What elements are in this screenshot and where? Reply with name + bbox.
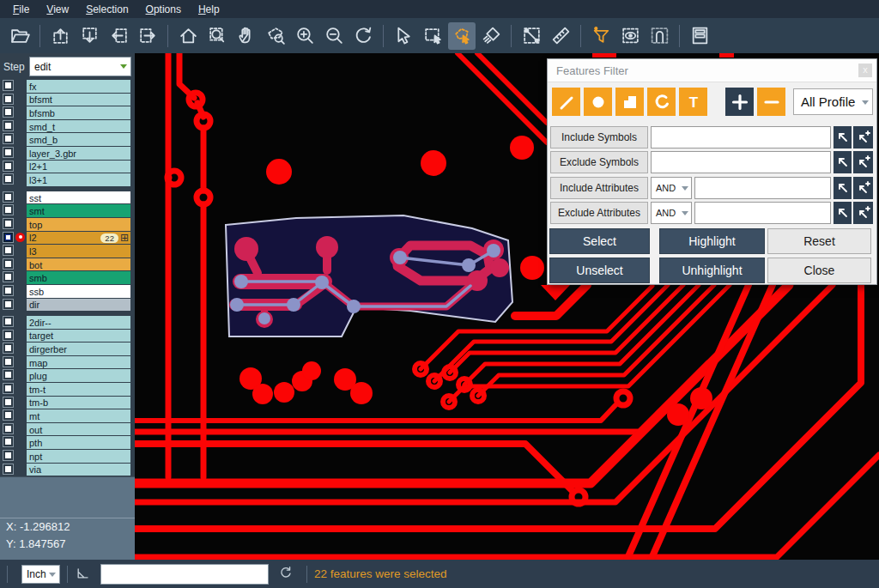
exclude-attributes-input[interactable] bbox=[694, 202, 831, 224]
layer-row-bot[interactable]: bot bbox=[0, 258, 130, 271]
layer-checkbox[interactable] bbox=[3, 384, 13, 393]
include-symbols-button[interactable]: Include Symbols bbox=[550, 126, 648, 149]
pick-symbol-button[interactable] bbox=[834, 126, 852, 149]
layer-row-pth[interactable]: pth bbox=[0, 436, 130, 449]
layer-row-tm-t[interactable]: tm-t bbox=[0, 383, 130, 396]
layer-checkbox[interactable] bbox=[3, 410, 13, 420]
include-symbols-input[interactable] bbox=[651, 126, 831, 149]
zoom-out-button[interactable] bbox=[320, 22, 348, 50]
layer-row-fx[interactable]: fx bbox=[0, 80, 130, 93]
layer-name[interactable]: pth bbox=[27, 436, 130, 449]
layer-row-bfsmb[interactable]: bfsmb bbox=[0, 106, 130, 119]
pick-symbol-button[interactable] bbox=[834, 151, 852, 173]
layer-row-2dir--[interactable]: 2dir-- bbox=[0, 316, 130, 329]
layer-name[interactable]: layer_3.gbr bbox=[27, 147, 130, 160]
layer-name[interactable]: plug bbox=[27, 369, 130, 382]
zoom-polygon-button[interactable] bbox=[262, 22, 289, 50]
layer-name[interactable]: fx bbox=[27, 80, 130, 93]
home-view-button[interactable] bbox=[174, 22, 202, 50]
unhighlight-button[interactable]: Unhighlight bbox=[659, 258, 765, 283]
layer-name[interactable]: l222⊞ bbox=[27, 232, 130, 245]
layer-row-top[interactable]: top bbox=[0, 218, 130, 231]
select-cursor-button[interactable] bbox=[390, 22, 417, 50]
layers-form-button[interactable] bbox=[686, 22, 713, 50]
layer-checkbox[interactable] bbox=[3, 121, 13, 130]
pick-attribute-button[interactable] bbox=[834, 177, 852, 199]
arc-feature-button[interactable] bbox=[647, 88, 676, 116]
exclude-attributes-button[interactable]: Exclude Attributes bbox=[550, 202, 648, 224]
layer-checkbox[interactable] bbox=[3, 81, 13, 90]
layer-name[interactable]: smb bbox=[27, 271, 130, 284]
layer-name[interactable]: tm-b bbox=[27, 397, 130, 409]
layer-checkbox[interactable] bbox=[3, 148, 13, 157]
line-feature-button[interactable] bbox=[552, 88, 580, 116]
surface-feature-button[interactable] bbox=[615, 88, 644, 116]
include-attributes-button[interactable]: Include Attributes bbox=[550, 177, 648, 199]
measure-ruler-button[interactable] bbox=[547, 22, 574, 50]
pick-attribute-button[interactable] bbox=[834, 202, 852, 224]
reset-button[interactable]: Reset bbox=[767, 228, 871, 254]
layer-row-smb[interactable]: smb bbox=[0, 271, 130, 284]
layer-checkbox[interactable] bbox=[3, 192, 13, 202]
layer-name[interactable]: tm-t bbox=[27, 383, 130, 396]
pan-right-button[interactable] bbox=[134, 22, 161, 50]
layer-name[interactable]: smd_b bbox=[27, 133, 130, 146]
layer-row-via[interactable]: via bbox=[0, 464, 130, 476]
layer-row-smt[interactable]: smt bbox=[0, 204, 130, 217]
include-attributes-input[interactable] bbox=[694, 177, 831, 199]
layer-checkbox[interactable] bbox=[3, 286, 13, 295]
layer-name[interactable]: bfsmt bbox=[27, 94, 130, 106]
add-filter-button[interactable] bbox=[725, 88, 754, 116]
remove-filter-button[interactable] bbox=[757, 88, 785, 116]
layer-checkbox[interactable] bbox=[3, 259, 13, 269]
layer-name[interactable]: npt bbox=[27, 450, 130, 463]
layer-row-map[interactable]: map bbox=[0, 356, 130, 369]
layer-checkbox[interactable] bbox=[3, 161, 13, 171]
pan-down-button[interactable] bbox=[76, 22, 103, 50]
layer-checkbox[interactable] bbox=[3, 343, 13, 353]
layer-checkbox[interactable] bbox=[3, 451, 13, 460]
select-rect-button[interactable] bbox=[419, 22, 446, 50]
pick-add-symbol-button[interactable] bbox=[853, 151, 873, 173]
layer-name[interactable]: l3 bbox=[27, 245, 130, 258]
layer-name[interactable]: via bbox=[27, 464, 130, 476]
layer-name[interactable]: bfsmb bbox=[27, 106, 130, 119]
pan-up-button[interactable] bbox=[46, 22, 74, 50]
view-eye-button[interactable] bbox=[616, 22, 644, 50]
layer-name[interactable]: smd_t bbox=[27, 120, 130, 133]
layer-checkbox[interactable] bbox=[3, 134, 13, 143]
select-button[interactable]: Select bbox=[549, 228, 650, 254]
layer-checkbox[interactable] bbox=[3, 397, 13, 407]
menu-file[interactable]: File bbox=[5, 2, 37, 17]
dialog-close-button[interactable]: x bbox=[858, 64, 872, 77]
menu-view[interactable]: View bbox=[39, 2, 76, 17]
layer-row-layer_3.gbr[interactable]: layer_3.gbr bbox=[0, 147, 130, 160]
layer-checkbox[interactable] bbox=[3, 219, 13, 228]
command-input[interactable] bbox=[100, 564, 269, 585]
layer-checkbox[interactable] bbox=[3, 246, 13, 255]
include-logic-dropdown[interactable]: AND bbox=[651, 177, 692, 199]
layer-row-bfsmt[interactable]: bfsmt bbox=[0, 94, 130, 106]
pick-add-attribute-button[interactable] bbox=[853, 202, 873, 224]
features-filter-button[interactable] bbox=[587, 22, 615, 50]
layer-row-tm-b[interactable]: tm-b bbox=[0, 397, 130, 409]
layer-row-mt[interactable]: mt bbox=[0, 409, 130, 422]
layer-name[interactable]: dir bbox=[27, 299, 130, 312]
layer-name[interactable]: ssb bbox=[27, 285, 130, 298]
snap-u-button[interactable] bbox=[646, 22, 673, 50]
pad-feature-button[interactable] bbox=[584, 88, 612, 116]
zoom-area-button[interactable] bbox=[203, 22, 231, 50]
layer-checkbox[interactable] bbox=[3, 357, 13, 367]
menu-selection[interactable]: Selection bbox=[78, 2, 136, 17]
layer-name[interactable]: map bbox=[27, 356, 130, 369]
layer-checkbox[interactable] bbox=[3, 205, 13, 215]
layer-name[interactable]: sst bbox=[27, 191, 130, 204]
layer-name[interactable]: dirgerber bbox=[27, 342, 130, 355]
layer-row-npt[interactable]: npt bbox=[0, 450, 130, 463]
layer-row-out[interactable]: out bbox=[0, 423, 130, 436]
layer-row-plug[interactable]: plug bbox=[0, 369, 130, 382]
layer-checkbox[interactable] bbox=[3, 174, 13, 184]
close-button[interactable]: Close bbox=[767, 258, 871, 283]
refresh-icon[interactable] bbox=[277, 564, 294, 585]
layer-name[interactable]: mt bbox=[27, 409, 130, 422]
